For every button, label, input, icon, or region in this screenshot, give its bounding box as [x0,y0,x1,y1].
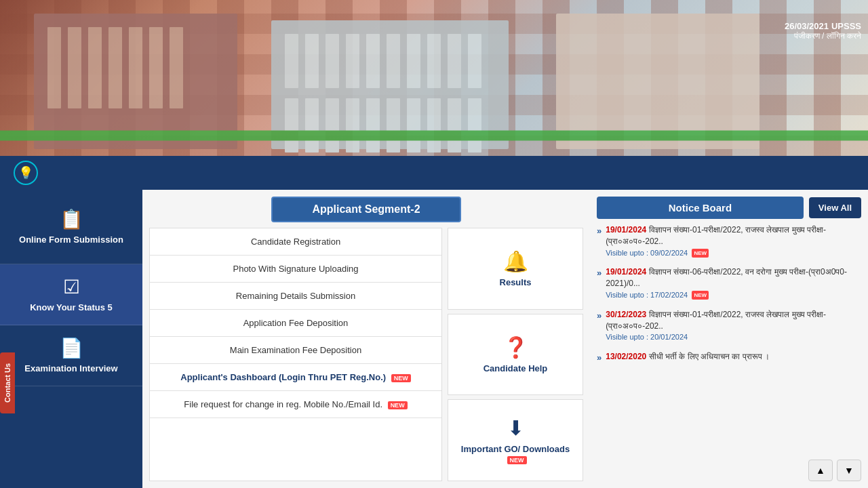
header-banner: 26/03/2021 UPSSS पंजीकरण / लॉगिन करने [0,0,868,156]
view-all-button[interactable]: View All [809,197,861,218]
new-badge-goi: NEW [507,456,527,464]
panel-candidate-help[interactable]: ❓ Candidate Help [448,314,583,396]
form-item-file-request[interactable]: File request for change in reg. Mobile N… [150,391,441,418]
notice-item: » 19/01/2024 विज्ञापन संख्या-06-परीक्षा/… [597,266,861,300]
notice-header: Notice Board View All [597,197,861,219]
sidebar-item-label-online-form: Online Form Submission [19,235,123,246]
notice-board-title: Notice Board [597,197,804,219]
left-sidebar: 📋 Online Form Submission ☑ Know Your Sta… [0,190,142,488]
date-text: 26/03/2021 [785,21,829,31]
goi-downloads-icon: ⬇ [507,416,524,440]
content-row: Candidate Registration Photo With Signat… [149,228,583,481]
notice-item: » 13/02/2020 सीधी भर्ती के लिए अधियाचन क… [597,351,861,364]
header-date: 26/03/2021 UPSSS [785,20,861,31]
sidebar-item-label-status: Know Your Status 5 [30,302,113,314]
notice-arrow-icon: » [597,267,601,300]
notice-visible: Visible upto : 20/01/2024 [606,333,688,341]
contact-us-tab[interactable]: Contact Us [0,352,15,413]
org-text: UPSSS [831,21,861,31]
blue-toolbar: 💡 [0,156,868,190]
notice-new-badge: NEW [692,249,709,258]
notice-arrow-icon: » [597,352,601,364]
new-badge-file-request: NEW [388,401,408,409]
notice-date: 13/02/2020 [606,352,646,361]
sidebar-item-label-exam: Examination Interview [24,363,117,375]
notice-board-section: Notice Board View All » 19/01/2024 विज्ञ… [590,190,868,488]
sidebar-item-online-form[interactable]: 📋 Online Form Submission [0,190,142,264]
notice-visible: Visible upto : 09/02/2024 [606,249,688,257]
form-list: Candidate Registration Photo With Signat… [149,228,442,481]
bulb-icon: 💡 [14,161,38,185]
notice-arrow-icon: » [597,310,601,343]
online-form-icon: 📋 [60,208,83,230]
know-status-icon: ☑ [63,276,80,298]
notice-arrow-icon: » [597,225,601,258]
examination-icon: 📄 [60,337,83,359]
header-info: 26/03/2021 UPSSS पंजीकरण / लॉगिन करने [785,20,861,41]
notice-nav-buttons: ▲ ▼ [597,460,861,481]
goi-downloads-label: Important GO/ Downloads NEW [455,444,576,464]
form-item-applicant-dashboard[interactable]: Applicant's Dashboard (Login Thru PET Re… [150,364,441,391]
notice-visible: Visible upto : 17/02/2024 [606,291,688,299]
notice-text[interactable]: 19/01/2024 विज्ञापन संख्या-06-परीक्षा/20… [606,266,861,300]
sidebar-item-examination[interactable]: 📄 Examination Interview [0,325,142,386]
notice-prev-button[interactable]: ▲ [808,460,833,481]
results-icon: 🔔 [503,249,528,273]
center-content: Applicant Segment-2 Candidate Registrati… [142,190,590,488]
notice-new-badge: NEW [692,291,709,300]
notice-item: » 30/12/2023 विज्ञापन संख्या-01-परीक्षा/… [597,309,861,343]
notice-body: सीधी भर्ती के लिए अधियाचन का प्रारूप । [649,352,770,361]
notice-text[interactable]: 19/01/2024 विज्ञापन संख्या-01-परीक्षा/20… [606,224,861,258]
notice-text[interactable]: 13/02/2020 सीधी भर्ती के लिए अधियाचन का … [606,351,861,364]
form-item-remaining-details[interactable]: Remaining Details Submission [150,283,441,310]
candidate-help-label: Candidate Help [484,363,548,373]
notice-date: 19/01/2024 [606,267,646,277]
main-content: 📋 Online Form Submission ☑ Know Your Sta… [0,190,868,488]
form-item-photo-signature[interactable]: Photo With Signature Uploading [150,256,441,283]
notice-date: 19/01/2024 [606,225,646,235]
new-badge-dashboard: NEW [391,374,411,382]
segment-heading: Applicant Segment-2 [271,197,461,222]
notice-next-button[interactable]: ▼ [837,460,861,481]
panel-results[interactable]: 🔔 Results [448,228,583,310]
candidate-help-icon: ❓ [503,336,528,359]
notice-item: » 19/01/2024 विज्ञापन संख्या-01-परीक्षा/… [597,224,861,258]
building-image [0,0,868,156]
notice-text[interactable]: 30/12/2023 विज्ञापन संख्या-01-परीक्षा/20… [606,309,861,343]
notice-date: 30/12/2023 [606,310,646,319]
sidebar-item-know-status[interactable]: ☑ Know Your Status 5 [0,264,142,325]
form-item-app-fee[interactable]: Application Fee Deposition [150,310,441,337]
notice-list: » 19/01/2024 विज्ञापन संख्या-01-परीक्षा/… [597,224,861,457]
results-label: Results [500,277,532,287]
right-panel: 🔔 Results ❓ Candidate Help ⬇ Important G… [448,228,583,481]
panel-goi-downloads[interactable]: ⬇ Important GO/ Downloads NEW [448,399,583,481]
login-text[interactable]: पंजीकरण / लॉगिन करने [785,31,861,41]
form-item-main-exam-fee[interactable]: Main Examination Fee Deposition [150,337,441,364]
form-item-candidate-reg[interactable]: Candidate Registration [150,228,441,256]
